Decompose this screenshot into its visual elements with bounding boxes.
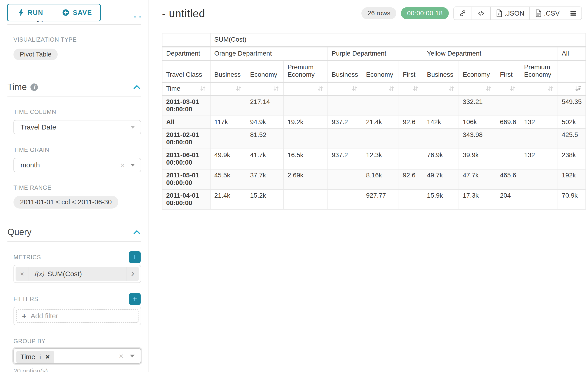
menu-button[interactable]	[565, 7, 581, 20]
pivot-col-header: Economy	[246, 61, 284, 82]
sort-arrows-icon[interactable]	[388, 85, 395, 92]
pivot-sort-cell[interactable]	[362, 82, 399, 95]
pivot-col-group-header: Orange Department	[210, 47, 328, 61]
run-button-label: RUN	[28, 9, 43, 17]
sort-arrows-icon[interactable]	[235, 85, 242, 92]
pivot-cell: 343.98	[459, 128, 496, 149]
pivot-table: SUM(Cost)DepartmentOrange DepartmentPurp…	[162, 33, 586, 210]
chevron-down-icon[interactable]	[130, 126, 135, 128]
chevron-down-icon[interactable]	[130, 164, 135, 167]
pivot-col-header: Business	[423, 61, 459, 82]
sort-descending-icon[interactable]	[575, 85, 582, 92]
pivot-cell	[399, 149, 423, 169]
pivot-cell: 8.16k	[362, 169, 399, 189]
pivot-sort-cell[interactable]	[399, 82, 423, 95]
metric-pill[interactable]: × f(x) SUM(Cost) ›	[16, 267, 139, 281]
panel-drag-handle[interactable]	[134, 17, 141, 17]
sort-arrows-icon[interactable]	[485, 85, 492, 92]
sort-arrows-icon[interactable]	[273, 85, 280, 92]
pivot-cell	[328, 128, 362, 149]
pivot-cell: 106k	[459, 116, 496, 128]
pivot-col-header: Economy	[459, 61, 496, 82]
pivot-col-header: Premium Economy	[284, 61, 328, 82]
pivot-sort-cell[interactable]	[496, 82, 520, 95]
add-filter-dropzone[interactable]: + Add filter	[16, 309, 138, 323]
chevron-up-icon[interactable]	[133, 84, 141, 91]
pivot-cell	[362, 128, 399, 149]
clear-icon[interactable]: ×	[119, 352, 123, 360]
table-row: 2011-04-01 00:00:0021.4k15.2k927.7715.9k…	[162, 189, 586, 210]
bolt-icon	[18, 9, 24, 16]
view-query-button[interactable]	[472, 7, 490, 20]
pivot-cell	[210, 128, 246, 149]
pivot-col-group-header: All	[558, 47, 586, 61]
pivot-cell: 132	[520, 149, 558, 169]
add-metric-button[interactable]: +	[129, 251, 141, 263]
query-section-header: Query	[7, 227, 141, 237]
pivot-cell: 17.3k	[459, 189, 496, 210]
save-button[interactable]: SAVE	[54, 4, 100, 21]
time-grain-select[interactable]: month ×	[13, 158, 141, 172]
sort-arrows-icon[interactable]	[547, 85, 554, 92]
control-panel: Chart Type RUN SAVE VISUALIZATION TYPE P…	[0, 0, 149, 372]
run-button[interactable]: RUN	[8, 4, 54, 21]
run-save-button-group: RUN SAVE	[7, 4, 101, 21]
visualization-type-label: VISUALIZATION TYPE	[13, 36, 141, 43]
sort-arrows-icon[interactable]	[351, 85, 358, 92]
pivot-sort-cell[interactable]	[246, 82, 284, 95]
chevron-right-icon[interactable]: ›	[126, 267, 139, 281]
time-grain-label: TIME GRAIN	[13, 147, 141, 153]
pivot-sort-cell[interactable]	[423, 82, 459, 95]
group-by-options-count: 20 option(s)	[13, 367, 141, 372]
info-icon[interactable]: i	[31, 84, 38, 91]
sort-arrows-icon[interactable]	[317, 85, 324, 92]
pivot-sort-cell[interactable]	[459, 82, 496, 95]
pivot-col-header: Business	[328, 61, 362, 82]
group-by-select[interactable]: Time i ✕ ×	[13, 348, 141, 364]
clear-icon[interactable]: ×	[120, 161, 125, 169]
filters-container: + Add filter	[13, 307, 141, 325]
pivot-cell: 15.2k	[246, 189, 284, 210]
pivot-sort-cell-active[interactable]	[558, 82, 586, 95]
info-icon[interactable]: i	[39, 354, 41, 360]
pivot-sort-cell[interactable]	[210, 82, 246, 95]
pivot-col-header: Business	[210, 61, 246, 82]
time-column-select[interactable]: Travel Date	[13, 120, 141, 134]
remove-tag-icon[interactable]: ✕	[45, 354, 50, 360]
pivot-row-label: 2011-04-01 00:00:00	[162, 189, 210, 210]
export-json-button[interactable]: .JSON	[490, 7, 529, 20]
metrics-container: × f(x) SUM(Cost) ›	[13, 265, 141, 283]
pivot-cell	[496, 128, 520, 149]
pivot-cell: 549.35	[558, 95, 586, 116]
export-csv-button[interactable]: .CSV	[529, 7, 565, 20]
pivot-sort-cell[interactable]	[520, 82, 558, 95]
remove-metric-icon[interactable]: ×	[16, 267, 29, 281]
pivot-sort-label-cell[interactable]: Time	[162, 82, 210, 95]
section-divider	[7, 24, 141, 25]
visualization-type-pill[interactable]: Pivot Table	[13, 49, 58, 60]
pivot-sort-cell[interactable]	[328, 82, 362, 95]
time-range-pill[interactable]: 2011-01-01 ≤ col < 2011-06-30	[13, 196, 118, 209]
pivot-cell: 217.14	[246, 95, 284, 116]
pivot-cell: 81.52	[246, 128, 284, 149]
pivot-cell: 425.5	[558, 128, 586, 149]
sort-arrows-icon[interactable]	[200, 85, 206, 92]
filters-label: FILTERS	[13, 296, 38, 302]
pivot-cell: 12.3k	[362, 149, 399, 169]
save-button-label: SAVE	[73, 9, 92, 17]
add-filter-button[interactable]: +	[129, 293, 141, 305]
time-range-label: TIME RANGE	[13, 184, 141, 191]
chevron-up-icon[interactable]	[133, 229, 141, 236]
sort-arrows-icon[interactable]	[412, 85, 419, 92]
share-link-button[interactable]	[454, 7, 472, 20]
groupby-tag-time[interactable]: Time i ✕	[16, 351, 54, 363]
table-row: All117k94.9k19.2k937.221.4k92.6142k106k6…	[162, 116, 586, 128]
chevron-down-icon[interactable]	[130, 355, 135, 357]
pivot-row-label: All	[162, 116, 210, 128]
pivot-header-row: DepartmentOrange DepartmentPurple Depart…	[162, 47, 586, 61]
time-grain-value: month	[21, 161, 120, 169]
metrics-label: METRICS	[13, 254, 41, 261]
pivot-sort-cell[interactable]	[284, 82, 328, 95]
sort-arrows-icon[interactable]	[509, 85, 516, 92]
sort-arrows-icon[interactable]	[448, 85, 455, 92]
